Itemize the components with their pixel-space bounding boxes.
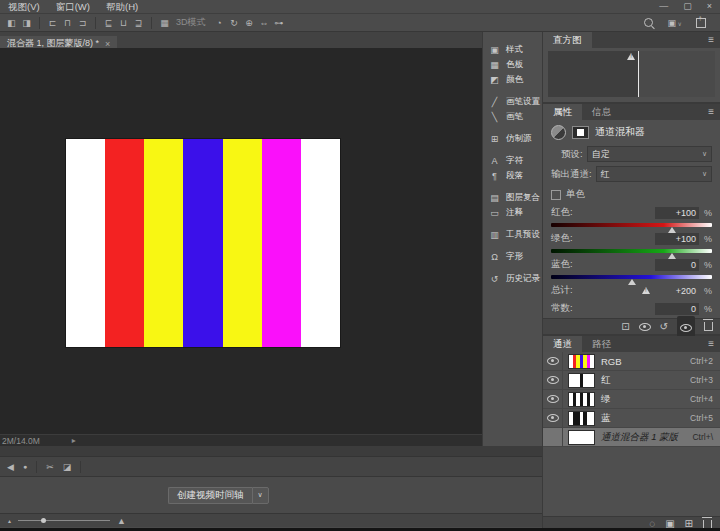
share-icon[interactable] (696, 18, 706, 28)
mixer-slider-row: 总计:+200% (551, 284, 712, 297)
layer-mask-icon[interactable] (572, 126, 589, 139)
slider-thumb[interactable] (668, 227, 676, 233)
zoom-slider-thumb[interactable] (41, 518, 46, 523)
mixer-slider-row: 红色:+100% (551, 206, 712, 227)
panel-strip-item[interactable]: A字符 (483, 153, 542, 168)
auto-align-icon[interactable]: ▦ (157, 18, 172, 28)
panel-strip-item[interactable]: ◩颜色 (483, 72, 542, 87)
monochrome-checkbox[interactable] (551, 190, 561, 200)
channel-row[interactable]: 红Ctrl+3 (543, 371, 720, 390)
tab-info[interactable]: 信息 (582, 104, 621, 120)
zoom-slider-track[interactable] (18, 520, 110, 521)
menu-item[interactable]: 视图(V) (0, 0, 48, 13)
visibility-toggle-icon[interactable] (677, 316, 695, 338)
canvas-stripe (144, 139, 183, 347)
channel-row[interactable]: 蓝Ctrl+5 (543, 409, 720, 428)
slider-labels: 总计:+200% (551, 284, 712, 297)
panel-strip-item[interactable]: ↺历史记录 (483, 271, 542, 286)
panel-strip-item[interactable]: ▤图层复合 (483, 190, 542, 205)
align-vertical-centers-icon[interactable]: ◨ (19, 18, 34, 28)
slider-label: 绿色: (551, 232, 573, 245)
channel-row[interactable]: RGBCtrl+2 (543, 352, 720, 371)
create-video-timeline-button[interactable]: 创建视频时间轴 ∨ (168, 487, 269, 504)
panel-menu-icon[interactable]: ≡ (708, 336, 720, 352)
tab-close-icon[interactable]: × (105, 39, 110, 49)
tab-channels[interactable]: 通道 (543, 336, 582, 352)
panel-menu-icon[interactable]: ≡ (708, 32, 720, 48)
histogram-warning-icon[interactable] (627, 53, 635, 60)
slider-values: 0% (655, 303, 712, 315)
slider-unit: % (704, 304, 712, 314)
panel-strip-item[interactable]: ⊞仿制源 (483, 131, 542, 146)
zoom-in-icon[interactable]: ▲ (117, 516, 126, 526)
timeline-scrollbar[interactable] (0, 446, 542, 457)
panel-strip-item[interactable]: ¶段落 (483, 168, 542, 183)
visibility-cell[interactable] (543, 409, 563, 427)
slider-thumb[interactable] (668, 253, 676, 259)
first-frame-icon[interactable]: ◀ (7, 462, 14, 472)
panel-strip-item[interactable]: ▦色板 (483, 57, 542, 72)
align-horizontal-centers-icon[interactable]: ⊓ (60, 18, 75, 28)
status-chevron-icon[interactable]: ▸ (72, 436, 76, 445)
slider-value-field[interactable]: 0 (655, 259, 699, 271)
panel-strip-item[interactable]: ▭注释 (483, 205, 542, 220)
3d-orbit-icon[interactable]: ◔ (212, 18, 227, 28)
record-icon[interactable]: ● (23, 463, 27, 470)
panel-strip-item[interactable]: ╱画笔设置 (483, 94, 542, 109)
distribute-bottom-icon[interactable]: ⊒ (131, 18, 146, 28)
slider-value-field[interactable]: +100 (655, 207, 699, 219)
menu-item[interactable]: 窗口(W) (48, 0, 98, 13)
visibility-cell[interactable] (543, 352, 563, 370)
panel-strip-item[interactable]: Ω字形 (483, 249, 542, 264)
visibility-cell[interactable] (543, 371, 563, 389)
3d-pan-icon[interactable]: ⊕ (242, 18, 257, 28)
panel-strip-item[interactable]: ╲画笔 (483, 109, 542, 124)
tab-properties[interactable]: 属性 (543, 104, 582, 120)
distribute-vertical-icon[interactable]: ⊔ (116, 18, 131, 28)
slider-value-field[interactable]: +200 (655, 285, 699, 297)
3d-roll-icon[interactable]: ↻ (227, 18, 242, 28)
restore-icon[interactable]: ▢ (683, 0, 692, 13)
visibility-cell[interactable] (543, 390, 563, 408)
split-clip-icon[interactable]: ✂ (46, 462, 54, 472)
panel-strip-item[interactable]: ▥工具预设 (483, 227, 542, 242)
preset-select[interactable]: 自定 ∨ (587, 146, 712, 162)
3d-scale-icon[interactable]: ⊶ (272, 18, 287, 28)
tab-histogram[interactable]: 直方图 (543, 32, 592, 48)
search-icon[interactable] (644, 18, 653, 27)
thumbnail-stripe (590, 374, 594, 387)
options-bar-icons: ◧◨⊏⊓⊐⊑⊔⊒▦ (4, 17, 172, 29)
zoom-out-icon[interactable]: ▴ (8, 517, 11, 524)
panel-strip-item[interactable]: ▣样式 (483, 42, 542, 57)
tab-paths[interactable]: 路径 (582, 336, 621, 352)
align-top-edges-icon[interactable]: ◧ (4, 18, 19, 28)
channel-row[interactable]: 通道混合器 1 蒙版Ctrl+\ (543, 428, 720, 447)
slider-unit: % (704, 286, 712, 296)
slider-value-field[interactable]: +100 (655, 233, 699, 245)
close-icon[interactable]: × (707, 0, 712, 13)
delete-adjustment-icon[interactable] (704, 322, 713, 331)
visibility-cell[interactable] (543, 428, 563, 446)
panel-menu-icon[interactable]: ≡ (708, 104, 720, 120)
channel-name: 绿 (601, 393, 690, 406)
slider-track[interactable] (551, 249, 712, 253)
slider-track[interactable] (551, 223, 712, 227)
slider-track[interactable] (551, 275, 712, 279)
panel-strip-gap (483, 146, 542, 153)
slider-thumb[interactable] (628, 279, 636, 285)
thumbnail-stripe (590, 393, 594, 406)
distribute-top-icon[interactable]: ⊑ (101, 18, 116, 28)
menu-item[interactable]: 帮助(H) (98, 0, 146, 13)
transition-icon[interactable]: ◪ (63, 462, 72, 472)
3d-slide-icon[interactable]: ⇔ (257, 18, 272, 28)
align-right-edges-icon[interactable]: ⊐ (75, 18, 90, 28)
slider-value-field[interactable]: 0 (655, 303, 699, 315)
output-channel-select[interactable]: 红 ∨ (596, 166, 712, 182)
minimize-icon[interactable]: — (659, 0, 668, 13)
clip-to-layer-icon[interactable]: ⊡ (621, 322, 629, 332)
align-left-edges-icon[interactable]: ⊏ (45, 18, 60, 28)
channel-row[interactable]: 绿Ctrl+4 (543, 390, 720, 409)
previous-state-icon[interactable] (639, 323, 651, 331)
reset-icon[interactable]: ↺ (660, 322, 668, 332)
workspace-switcher[interactable]: ▣ ∨ (667, 17, 682, 28)
